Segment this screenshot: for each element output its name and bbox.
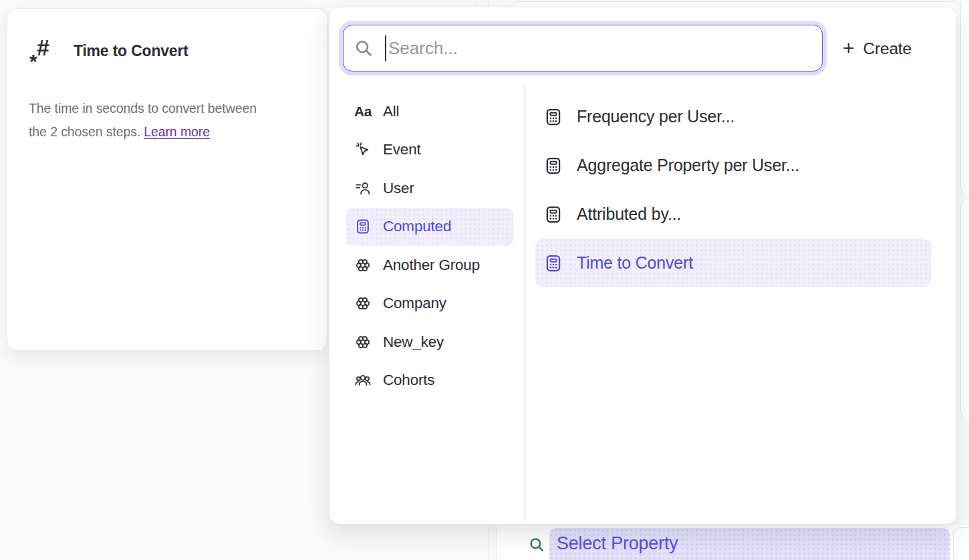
- calculator-icon: [543, 253, 563, 273]
- category-user[interactable]: User: [346, 169, 513, 208]
- plus-icon: +: [843, 38, 855, 58]
- sidebar-divider: [524, 86, 525, 525]
- category-label: User: [383, 180, 414, 197]
- search-input[interactable]: [386, 38, 822, 59]
- background-divider-line: [496, 527, 497, 560]
- calculator-icon: [543, 107, 563, 127]
- category-company[interactable]: Company: [346, 285, 513, 323]
- search-icon: [354, 38, 374, 58]
- category-cohorts[interactable]: Cohorts: [346, 362, 513, 400]
- category-label: Another Group: [383, 257, 480, 274]
- result-label: Frequency per User...: [577, 107, 734, 126]
- result-label: Attributed by...: [577, 204, 681, 224]
- category-label: Company: [383, 295, 446, 312]
- create-button[interactable]: + Create: [843, 34, 912, 63]
- user-icon: [354, 180, 372, 197]
- background-divider-line: [488, 527, 489, 560]
- tooltip-description: The time in seconds to convert between t…: [29, 97, 303, 144]
- results-list: Frequency per User...Aggregate Property …: [535, 92, 931, 287]
- cursor-click-icon: [354, 141, 372, 158]
- select-property-search-icon: [528, 536, 545, 553]
- property-picker-dropdown: + Create AaAllEventUserComputedAnother G…: [329, 7, 957, 525]
- category-label: Computed: [383, 218, 451, 235]
- group-icon: [354, 295, 372, 312]
- category-another-group[interactable]: Another Group: [346, 246, 513, 285]
- background-panel-right: [960, 1, 969, 194]
- metric-tooltip-card: # * Time to Convert The time in seconds …: [7, 8, 327, 351]
- select-property-label: Select Property: [557, 533, 678, 553]
- search-box[interactable]: [343, 25, 823, 72]
- result-attributed-by[interactable]: Attributed by...: [535, 190, 931, 239]
- category-label: Cohorts: [383, 372, 434, 389]
- numeric-hash-icon: # *: [29, 35, 60, 72]
- group-icon: [354, 333, 372, 351]
- tooltip-title: Time to Convert: [74, 42, 188, 60]
- category-label: Event: [383, 141, 421, 158]
- category-new-key[interactable]: New_key: [346, 323, 513, 362]
- result-label: Aggregate Property per User...: [577, 156, 799, 175]
- category-list: AaAllEventUserComputedAnother GroupCompa…: [346, 92, 513, 400]
- category-label: New_key: [383, 333, 444, 351]
- calculator-icon: [543, 156, 563, 176]
- result-label: Time to Convert: [577, 253, 693, 273]
- group-icon: [354, 257, 372, 274]
- learn-more-link[interactable]: Learn more: [144, 124, 210, 139]
- background-panel-right: [960, 200, 969, 419]
- result-frequency-per-user[interactable]: Frequency per User...: [535, 92, 931, 141]
- category-all[interactable]: AaAll: [346, 92, 513, 131]
- calculator-icon: [354, 218, 372, 235]
- cohort-icon: [354, 372, 372, 389]
- category-event[interactable]: Event: [346, 131, 513, 170]
- result-time-to-convert[interactable]: Time to Convert: [535, 239, 931, 287]
- create-button-label: Create: [863, 39, 912, 58]
- select-property-field[interactable]: Select Property: [549, 528, 950, 560]
- background-panel-corner: [953, 527, 969, 560]
- category-label: All: [383, 103, 399, 120]
- result-aggregate-property-per-user[interactable]: Aggregate Property per User...: [535, 141, 931, 190]
- calculator-icon: [543, 204, 563, 225]
- category-computed[interactable]: Computed: [346, 208, 513, 247]
- text-aa-icon: Aa: [354, 104, 372, 120]
